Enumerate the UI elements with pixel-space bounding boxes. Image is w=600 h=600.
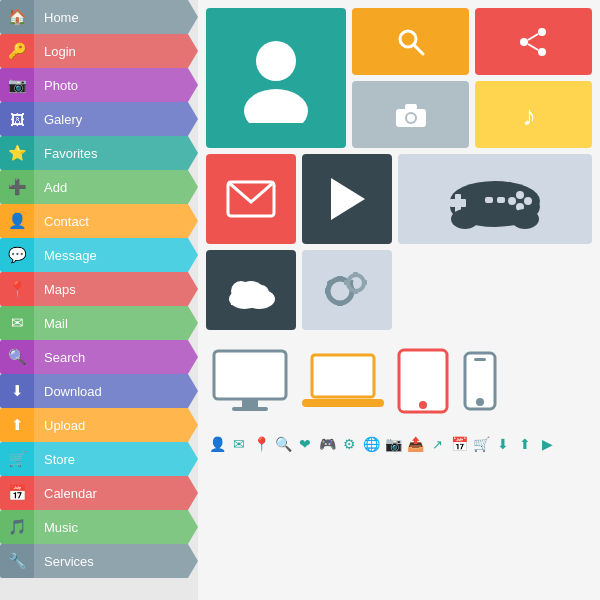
svg-rect-46 — [344, 280, 348, 285]
sidebar-label-contact: Contact — [34, 204, 198, 238]
device-tablet — [396, 347, 450, 415]
empty-space — [398, 250, 592, 330]
sidebar-item-message[interactable]: 💬Message — [0, 238, 198, 272]
icon-calendar2: 📅 — [450, 436, 468, 452]
sidebar-item-login[interactable]: 🔑Login — [0, 34, 198, 68]
sidebar-icon-home: 🏠 — [0, 0, 34, 34]
sidebar-label-calendar: Calendar — [34, 476, 198, 510]
sidebar-item-contact[interactable]: 👤Contact — [0, 204, 198, 238]
svg-rect-12 — [405, 104, 417, 110]
main-content: ♪ — [198, 0, 600, 600]
svg-line-7 — [528, 34, 538, 40]
tile-music[interactable]: ♪ — [475, 81, 592, 148]
svg-point-22 — [508, 197, 516, 205]
tile-gamepad[interactable] — [398, 154, 592, 244]
sidebar-item-add[interactable]: ➕Add — [0, 170, 198, 204]
sidebar-item-music[interactable]: 🎵Music — [0, 510, 198, 544]
svg-point-43 — [353, 280, 359, 286]
svg-point-26 — [451, 209, 479, 229]
icon-gear2: ⚙ — [340, 436, 358, 452]
sidebar-icon-search: 🔍 — [0, 340, 34, 374]
sidebar-icon-message: 💬 — [0, 238, 34, 272]
svg-rect-47 — [363, 280, 367, 285]
sidebar-item-calendar[interactable]: 📅Calendar — [0, 476, 198, 510]
sidebar-item-photo[interactable]: 📷Photo — [0, 68, 198, 102]
device-phone — [462, 350, 498, 412]
sidebar-item-search[interactable]: 🔍Search — [0, 340, 198, 374]
svg-rect-38 — [325, 288, 330, 294]
svg-rect-45 — [353, 290, 358, 294]
sidebar-label-upload: Upload — [34, 408, 198, 442]
tile-user[interactable] — [206, 8, 346, 148]
icon-upload3: ⬆ — [516, 436, 534, 452]
svg-point-54 — [419, 401, 427, 409]
svg-point-0 — [256, 41, 296, 81]
icon-upload2: 📤 — [406, 436, 424, 452]
sidebar-icon-music: 🎵 — [0, 510, 34, 544]
tile-mail[interactable] — [206, 154, 296, 244]
sidebar-item-upload[interactable]: ⬆Upload — [0, 408, 198, 442]
icon-play2: ▶ — [538, 436, 556, 452]
sidebar-label-maps: Maps — [34, 272, 198, 306]
sidebar-item-favorites[interactable]: ⭐Favorites — [0, 136, 198, 170]
svg-rect-24 — [485, 197, 493, 203]
tiles-mid-row — [206, 154, 592, 244]
icon-mail2: ✉ — [230, 436, 248, 452]
sidebar-label-download: Download — [34, 374, 198, 408]
sidebar-icon-galery: 🖼 — [0, 102, 34, 136]
sidebar-item-store[interactable]: 🛒Store — [0, 442, 198, 476]
tile-play[interactable] — [302, 154, 392, 244]
svg-point-5 — [520, 38, 528, 46]
tile-share[interactable] — [475, 8, 592, 75]
sidebar-label-favorites: Favorites — [34, 136, 198, 170]
icon-search2: 🔍 — [274, 436, 292, 452]
bottom-icons-row: 👤 ✉ 📍 🔍 ❤ 🎮 ⚙ 🌐 📷 📤 ↗ 📅 🛒 ⬇ ⬆ ▶ — [206, 432, 592, 456]
sidebar-item-download[interactable]: ⬇Download — [0, 374, 198, 408]
sidebar-label-music: Music — [34, 510, 198, 544]
sidebar-item-home[interactable]: 🏠Home — [0, 0, 198, 34]
icon-share2: ↗ — [428, 437, 446, 452]
sidebar-label-mail: Mail — [34, 306, 198, 340]
sidebar-icon-contact: 👤 — [0, 204, 34, 238]
tiles-right: ♪ — [352, 8, 592, 148]
svg-rect-49 — [242, 399, 258, 407]
sidebar-icon-mail: ✉ — [0, 306, 34, 340]
svg-rect-48 — [214, 351, 286, 399]
tile-camera[interactable] — [352, 81, 469, 148]
svg-point-11 — [407, 114, 415, 122]
sidebar-label-galery: Galery — [34, 102, 198, 136]
device-monitor — [210, 347, 290, 415]
svg-rect-51 — [312, 355, 374, 397]
tile-cloud[interactable] — [206, 250, 296, 330]
sidebar-icon-download: ⬇ — [0, 374, 34, 408]
svg-rect-52 — [302, 399, 384, 407]
sidebar-icon-photo: 📷 — [0, 68, 34, 102]
sidebar: 🏠Home🔑Login📷Photo🖼Galery⭐Favorites➕Add👤C… — [0, 0, 198, 600]
svg-rect-37 — [337, 301, 343, 306]
tile-settings[interactable] — [302, 250, 392, 330]
svg-line-8 — [528, 44, 538, 50]
tiles-right-top — [352, 8, 592, 75]
svg-line-3 — [414, 45, 423, 54]
sidebar-item-services[interactable]: 🔧Services — [0, 544, 198, 578]
sidebar-item-mail[interactable]: ✉Mail — [0, 306, 198, 340]
svg-rect-57 — [474, 358, 486, 361]
sidebar-icon-services: 🔧 — [0, 544, 34, 578]
tile-search[interactable] — [352, 8, 469, 75]
sidebar-label-search: Search — [34, 340, 198, 374]
sidebar-icon-maps: 📍 — [0, 272, 34, 306]
svg-rect-50 — [232, 407, 268, 411]
sidebar-label-home: Home — [34, 0, 198, 34]
sidebar-item-galery[interactable]: 🖼Galery — [0, 102, 198, 136]
icon-person: 👤 — [208, 436, 226, 452]
svg-rect-33 — [231, 295, 271, 305]
svg-rect-25 — [497, 197, 505, 203]
icon-camera2: 📷 — [384, 436, 402, 452]
sidebar-item-maps[interactable]: 📍Maps — [0, 272, 198, 306]
sidebar-label-services: Services — [34, 544, 198, 578]
sidebar-icon-calendar: 📅 — [0, 476, 34, 510]
sidebar-label-message: Message — [34, 238, 198, 272]
sidebar-label-photo: Photo — [34, 68, 198, 102]
sidebar-icon-favorites: ⭐ — [0, 136, 34, 170]
svg-rect-36 — [337, 276, 343, 281]
